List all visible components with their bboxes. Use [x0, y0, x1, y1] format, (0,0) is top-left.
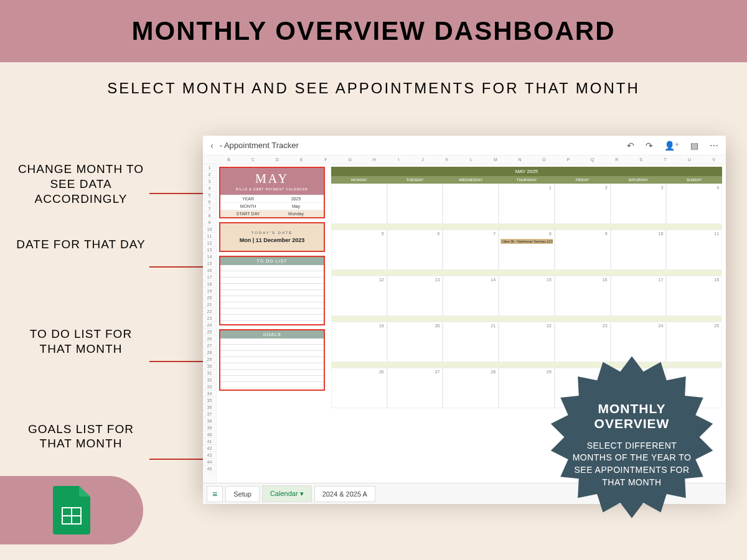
column-headers: BCDEFGHIJKLMNOPQRSTUV	[203, 156, 726, 164]
calendar-title: MAY 2025	[331, 167, 722, 176]
calendar-day-headers: MONDAYTUESDAYWEDNESDAYTHURSDAYFRIDAYSATU…	[331, 176, 722, 184]
year-label: YEAR	[224, 197, 272, 201]
calendar-cell[interactable]: 16	[555, 276, 611, 316]
calendar-cell[interactable]: 20	[387, 322, 443, 362]
calendar-cell[interactable]: 7	[443, 230, 499, 270]
annotation-column: CHANGE MONTH TO SEE DATA ACCORDINGLY DAT…	[0, 162, 162, 495]
more-icon[interactable]: ⋯	[710, 141, 718, 151]
starburst-title: MONTHLY OVERVIEW	[566, 401, 697, 431]
year-value[interactable]: 2025	[272, 197, 320, 201]
calendar-cell[interactable]: 6	[387, 230, 443, 270]
calendar-cell[interactable]: 3	[611, 184, 667, 224]
today-value: Mon | 11 December 2023	[220, 237, 324, 243]
calendar-cell[interactable]: 10	[611, 230, 667, 270]
calendar-cell[interactable]: 19	[331, 322, 387, 362]
calendar-cell[interactable]: 17	[611, 276, 667, 316]
calendar-cell[interactable]: 15	[499, 276, 555, 316]
month-value[interactable]: May	[272, 204, 320, 208]
todo-card[interactable]: TO DO LIST	[219, 256, 325, 325]
calendar-cell[interactable]: 18	[666, 276, 722, 316]
chevron-down-icon: ▾	[300, 490, 304, 497]
calendar-cell[interactable]	[387, 184, 443, 224]
calendar-event[interactable]: Client 39 - Hairdresser Services 12:00 p…	[500, 239, 553, 244]
goals-header: GOALS	[220, 330, 324, 338]
tab-years[interactable]: 2024 & 2025 A	[314, 486, 375, 502]
starburst-callout: MONTHLY OVERVIEW SELECT DIFFERENT MONTHS…	[535, 348, 728, 541]
google-sheets-icon	[53, 486, 90, 534]
calendar-cell[interactable]: 14	[443, 276, 499, 316]
calendar-cell[interactable]: 21	[443, 322, 499, 362]
calendar-cell[interactable]: 28	[443, 368, 499, 408]
annotation-month: CHANGE MONTH TO SEE DATA ACCORDINGLY	[0, 162, 162, 206]
back-icon[interactable]: ‹	[210, 141, 214, 151]
page-title: MONTHLY OVERVIEW DASHBOARD	[132, 16, 616, 46]
annotation-todo: TO DO LIST FOR THAT MONTH	[0, 327, 162, 357]
calendar-cell[interactable]: 5	[331, 230, 387, 270]
tab-setup[interactable]: Setup	[225, 486, 260, 502]
calendar-cell[interactable]: 13	[387, 276, 443, 316]
calendar-cell[interactable]: 11	[666, 230, 722, 270]
annotation-date: DATE FOR THAT DAY	[0, 237, 162, 252]
today-label: TODAY'S DATE	[220, 231, 324, 235]
startday-value[interactable]: Monday	[272, 212, 320, 216]
calendar-cell[interactable]: 2	[555, 184, 611, 224]
goals-card[interactable]: GOALS	[219, 329, 325, 391]
doc-title: - Appointment Tracker	[220, 141, 299, 150]
calendar-cell[interactable]: 26	[331, 368, 387, 408]
subheading: SELECT MONTH AND SEE APPOINTMENTS FOR TH…	[0, 80, 747, 97]
calendar-cell[interactable]: 1	[499, 184, 555, 224]
tab-calendar[interactable]: Calendar ▾	[262, 485, 312, 502]
starburst-body: SELECT DIFFERENT MONTHS OF THE YEAR TO S…	[566, 440, 697, 488]
calendar-cell[interactable]: 4	[666, 184, 722, 224]
startday-label: START DAY	[224, 212, 272, 216]
annotation-goals: GOALS LIST FOR THAT MONTH	[0, 422, 162, 452]
row-headers: 1234567891011121314151617181920212223242…	[203, 164, 217, 483]
share-icon[interactable]: 👤⁺	[664, 141, 679, 151]
calendar-cell[interactable]: 9	[555, 230, 611, 270]
goals-body[interactable]	[220, 338, 324, 390]
calendar-cell[interactable]: 12	[331, 276, 387, 316]
todo-header: TO DO LIST	[220, 257, 324, 265]
calendar-cell[interactable]: 8Client 39 - Hairdresser Services 12:00 …	[499, 230, 555, 270]
spreadsheet-toolbar: ‹ - Appointment Tracker ↶ ↷ 👤⁺ ▤ ⋯	[203, 136, 726, 156]
undo-icon[interactable]: ↶	[627, 141, 634, 151]
calendar-cell[interactable]	[443, 184, 499, 224]
calendar-cell[interactable]	[331, 184, 387, 224]
todo-body[interactable]	[220, 265, 324, 324]
redo-icon[interactable]: ↷	[646, 141, 653, 151]
month-name: MAY	[220, 172, 324, 186]
all-sheets-icon[interactable]: ≡	[207, 486, 223, 502]
calendar-cell[interactable]: 27	[387, 368, 443, 408]
sheets-badge	[0, 476, 143, 544]
month-label: MONTH	[224, 204, 272, 208]
title-banner: MONTHLY OVERVIEW DASHBOARD	[0, 0, 747, 62]
month-sub: BILLS & DEBT PAYMENT CALENDAR	[220, 187, 324, 191]
month-selector-card[interactable]: MAY BILLS & DEBT PAYMENT CALENDAR YEAR20…	[219, 167, 325, 218]
comment-icon[interactable]: ▤	[690, 141, 698, 151]
today-date-card: TODAY'S DATE Mon | 11 December 2023	[219, 222, 325, 252]
